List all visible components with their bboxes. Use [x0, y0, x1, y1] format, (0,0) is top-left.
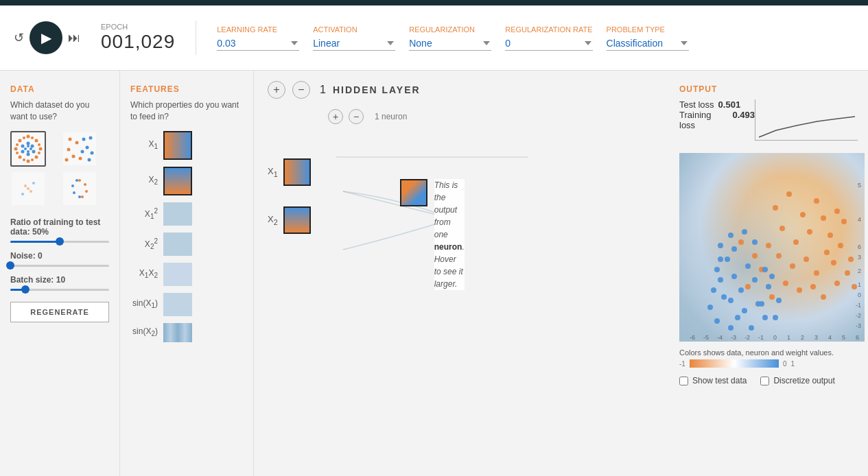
- svg-text:3: 3: [858, 254, 861, 261]
- svg-point-44: [32, 182, 35, 185]
- feature-x1sq-thumb[interactable]: [163, 202, 192, 226]
- dataset-simple-icon: [12, 172, 45, 205]
- svg-point-19: [32, 150, 36, 153]
- data-title: DATA: [10, 84, 109, 94]
- epoch-label: Epoch: [101, 23, 175, 31]
- activation-select[interactable]: ReLU Tanh Sigmoid Linear: [313, 36, 395, 51]
- svg-point-92: [810, 284, 816, 289]
- dataset-item-spiral[interactable]: [62, 171, 97, 206]
- feature-x1sq: X12: [130, 202, 243, 226]
- feature-x1x2-thumb[interactable]: [163, 263, 192, 286]
- play-button[interactable]: ▶: [30, 21, 62, 54]
- dataset-item-scatter[interactable]: [62, 131, 97, 167]
- feature-sinx2-thumb[interactable]: [163, 323, 192, 342]
- checkboxes-row: Show test data Discretize output: [679, 372, 858, 385]
- regenerate-button[interactable]: REGENERATE: [10, 302, 109, 322]
- dataset-spiral-icon: [63, 172, 96, 205]
- svg-text:-1: -1: [856, 302, 861, 309]
- svg-point-26: [24, 147, 27, 150]
- feature-x1: X1: [130, 131, 243, 160]
- regularization-rate-select[interactable]: 0 0.001 0.003 0.01 0.03 0.1 0.3 1 3 10: [505, 36, 592, 51]
- feature-x2-label: X2: [130, 175, 158, 186]
- svg-point-119: [711, 287, 716, 293]
- feature-sinx1: sin(X1): [130, 293, 243, 316]
- svg-point-76: [821, 215, 826, 221]
- svg-point-39: [81, 150, 84, 153]
- svg-point-122: [714, 318, 720, 324]
- learning-rate-select[interactable]: 0.00001 0.0001 0.001 0.03 0.1 0.3 1 3 10: [217, 36, 299, 51]
- svg-point-31: [72, 154, 75, 158]
- neuron-1[interactable]: [400, 179, 427, 206]
- reset-button[interactable]: ↺: [14, 30, 24, 45]
- feature-sinx1-thumb[interactable]: [163, 293, 192, 316]
- show-test-data-checkbox-label[interactable]: Show test data: [679, 376, 747, 385]
- svg-point-8: [19, 139, 22, 142]
- svg-point-99: [752, 253, 758, 259]
- svg-text:-3: -3: [731, 334, 736, 341]
- svg-point-98: [745, 284, 751, 289]
- regularization-select[interactable]: None L1 L2: [409, 36, 491, 51]
- svg-point-35: [89, 136, 93, 139]
- show-test-data-checkbox[interactable]: [679, 377, 688, 385]
- feature-x2-thumb[interactable]: [163, 167, 192, 195]
- noise-track[interactable]: [10, 265, 109, 267]
- batch-track[interactable]: [10, 289, 109, 291]
- training-loss-row: Training loss 0.493: [679, 110, 755, 130]
- svg-point-73: [779, 226, 785, 231]
- add-neuron-button[interactable]: +: [328, 109, 343, 124]
- ratio-slider-group: Ratio of training to test data: 50%: [10, 217, 109, 243]
- feature-x1x2-label: X1X2: [130, 268, 158, 279]
- svg-point-95: [845, 270, 850, 276]
- svg-text:6: 6: [858, 243, 861, 250]
- feature-x2sq: X22: [130, 233, 243, 256]
- svg-text:5: 5: [842, 334, 845, 341]
- remove-layer-button[interactable]: −: [292, 81, 310, 99]
- dataset-item-simple[interactable]: [10, 171, 46, 206]
- input-x1-node[interactable]: [283, 158, 311, 186]
- learning-rate-label: Learning rate: [217, 25, 299, 34]
- feature-x2sq-thumb[interactable]: [163, 233, 192, 256]
- svg-text:2: 2: [858, 267, 861, 274]
- step-button[interactable]: ⏭: [68, 31, 80, 45]
- svg-point-125: [752, 239, 758, 245]
- svg-text:-6: -6: [690, 334, 695, 341]
- learning-rate-group: Learning rate 0.00001 0.0001 0.001 0.03 …: [217, 25, 299, 51]
- legend-gradient-bar: [690, 359, 779, 368]
- feature-x1-label: X1: [130, 139, 158, 150]
- legend-min: -1: [679, 360, 685, 368]
- test-loss-value: 0.501: [718, 99, 741, 110]
- feature-sinx2: sin(X2): [130, 323, 243, 342]
- ratio-label: Ratio of training to test data: 50%: [10, 217, 109, 237]
- ratio-thumb[interactable]: [56, 237, 64, 246]
- legend-max: 1: [790, 360, 795, 368]
- hidden-layer-title: HIDDEN LAYER: [333, 84, 421, 95]
- svg-point-84: [838, 243, 843, 248]
- svg-point-3: [39, 147, 43, 150]
- ratio-track[interactable]: [10, 241, 109, 243]
- input-x1-label: X1: [268, 166, 278, 178]
- discretize-output-checkbox-label[interactable]: Discretize output: [760, 376, 834, 385]
- add-layer-button[interactable]: +: [268, 81, 285, 99]
- svg-point-15: [16, 143, 19, 146]
- batch-thumb[interactable]: [21, 285, 30, 294]
- svg-point-105: [728, 298, 734, 303]
- feature-x1-thumb[interactable]: [163, 131, 192, 160]
- svg-point-33: [79, 156, 82, 160]
- svg-point-85: [831, 260, 836, 265]
- remove-neuron-button[interactable]: −: [349, 109, 364, 124]
- svg-point-1: [27, 134, 30, 138]
- problem-type-select[interactable]: Classification Regression: [607, 36, 689, 51]
- svg-point-11: [38, 152, 40, 154]
- svg-point-42: [30, 190, 32, 193]
- svg-point-102: [745, 263, 751, 269]
- noise-thumb[interactable]: [6, 261, 14, 270]
- test-loss-row: Test loss 0.501: [679, 99, 755, 110]
- dataset-item-circle[interactable]: [10, 131, 46, 167]
- regularization-group: Regularization None L1 L2: [409, 25, 491, 51]
- svg-point-103: [738, 287, 744, 293]
- discretize-output-checkbox[interactable]: [760, 377, 769, 385]
- loss-section: Test loss 0.501 Training loss 0.493: [679, 99, 858, 147]
- top-bar: [0, 0, 868, 5]
- neuron-controls: + − 1 neuron: [281, 109, 655, 124]
- input-x2-node[interactable]: [283, 206, 311, 234]
